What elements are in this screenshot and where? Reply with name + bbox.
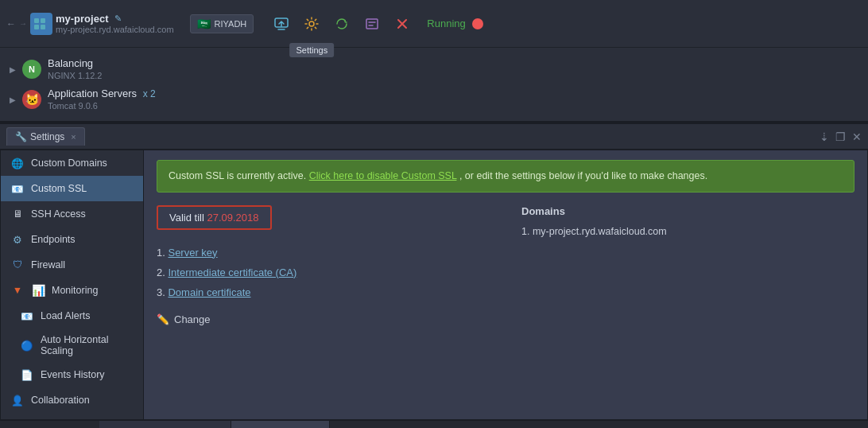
balancing-server-item[interactable]: ▶ N Balancing NGINX 1.12.2: [10, 54, 858, 84]
sidebar-item-endpoints-label: Endpoints: [31, 234, 76, 245]
server-list: ▶ N Balancing NGINX 1.12.2 ▶ 🐱 Applicati…: [0, 48, 868, 123]
sidebar-item-firewall-label: Firewall: [31, 259, 65, 270]
sidebar-item-auto-scaling-label: Auto Horizontal Scaling: [41, 334, 134, 356]
sidebar-item-ssh-access[interactable]: 🖥 SSH Access: [1, 201, 143, 227]
settings-tab[interactable]: 🔧 Settings ×: [6, 127, 85, 146]
top-bar: ← → my-project ✎ my-project.ryd.wafaiclo…: [0, 0, 868, 48]
ssl-info: Valid till 27.09.2018 1. Server key 2. I…: [157, 205, 854, 325]
no-active-tasks: ✓ No active tasks: [0, 421, 99, 428]
deployment-manager-tab[interactable]: ☁ Deployment Manager: [99, 421, 231, 428]
region-badge[interactable]: 🇸🇦 RIYADH: [190, 14, 254, 33]
settings-tooltip: Settings: [289, 43, 334, 57]
change-label: Change: [174, 313, 211, 325]
balancing-name: Balancing: [48, 57, 93, 69]
sidebar-item-collaboration-label: Collaboration: [31, 395, 90, 406]
sidebar-item-load-alerts-label: Load Alerts: [41, 310, 91, 321]
svg-rect-3: [41, 25, 45, 29]
edit-project-icon[interactable]: ✎: [114, 14, 122, 24]
deploy-button[interactable]: [269, 13, 293, 35]
sidebar-item-firewall[interactable]: 🛡 Firewall: [1, 252, 143, 278]
project-name: my-project: [56, 13, 108, 25]
ssl-link-item-2: 3. Domain certificate: [157, 282, 490, 302]
load-alerts-icon: 📧: [20, 309, 34, 323]
valid-till-label: Valid till: [169, 212, 207, 224]
ssl-link-item-0: 1. Server key: [157, 243, 490, 263]
config-button[interactable]: [360, 13, 384, 35]
events-history-icon: 📄: [20, 368, 34, 382]
main-content: Custom SSL is currently active. Click he…: [144, 150, 867, 419]
sidebar-item-load-alerts[interactable]: 📧 Load Alerts: [1, 303, 143, 329]
tab-actions: ⇣ ❐ ✕: [820, 130, 862, 143]
settings-container: 🔧 Settings × ⇣ ❐ ✕ 🌐 Custom Domains 📧 Cu…: [0, 123, 868, 420]
settings-tab-close[interactable]: ×: [71, 132, 76, 142]
valid-till-box: Valid till 27.09.2018: [157, 205, 272, 230]
domain-cert-link[interactable]: Domain certificate: [168, 286, 250, 298]
expand-arrow[interactable]: ▶: [10, 65, 16, 74]
server-key-link[interactable]: Server key: [168, 247, 217, 259]
delete-button[interactable]: [390, 13, 414, 35]
sidebar-item-collaboration[interactable]: 👤 Collaboration: [1, 387, 143, 413]
region-label: RIYADH: [215, 19, 247, 29]
domain-item-0: 1. my-project.ryd.wafaicloud.com: [521, 224, 854, 239]
intermediate-cert-link[interactable]: Intermediate certificate (CA): [168, 267, 296, 278]
valid-till-date: 27.09.2018: [207, 212, 258, 224]
settings-panel-body: 🌐 Custom Domains 📧 Custom SSL 🖥 SSH Acce…: [0, 150, 868, 420]
ssl-notice-text: Custom SSL is currently active.: [169, 170, 306, 181]
project-icon: [30, 13, 52, 35]
monitoring-expand-icon: ▼: [10, 283, 25, 298]
auto-scaling-icon: 🔵: [20, 338, 34, 352]
nav-back[interactable]: ←: [6, 18, 16, 29]
endpoints-icon: ⚙: [10, 232, 25, 247]
sidebar-item-custom-domains[interactable]: 🌐 Custom Domains: [1, 150, 143, 176]
status-label: Running: [427, 18, 465, 29]
sidebar: 🌐 Custom Domains 📧 Custom SSL 🖥 SSH Acce…: [1, 150, 144, 419]
sidebar-item-custom-domains-label: Custom Domains: [31, 158, 107, 169]
svg-rect-1: [41, 18, 45, 23]
ssl-left: Valid till 27.09.2018 1. Server key 2. I…: [157, 205, 490, 325]
ssl-notice: Custom SSL is currently active. Click he…: [157, 160, 854, 193]
sidebar-item-custom-ssl[interactable]: 📧 Custom SSL: [1, 176, 143, 201]
change-icon: ✏️: [157, 313, 169, 325]
domains-label: Domains: [521, 205, 854, 217]
status-dot: [472, 18, 483, 29]
expand-icon[interactable]: ❐: [835, 130, 846, 143]
appserver-item[interactable]: ▶ 🐱 Application Servers x 2 Tomcat 9.0.6: [10, 84, 858, 115]
project-info: my-project ✎ my-project.ryd.wafaicloud.c…: [56, 13, 174, 34]
settings-tab-bar: 🔧 Settings × ⇣ ❐ ✕: [0, 124, 868, 150]
link-num-2: 3: [157, 286, 162, 298]
collaboration-icon: 👤: [10, 393, 25, 407]
flag-icon: 🇸🇦: [197, 18, 211, 30]
sidebar-item-ssh-access-label: SSH Access: [31, 208, 86, 220]
nav-forward[interactable]: →: [19, 19, 27, 28]
close-panel-icon[interactable]: ✕: [852, 130, 862, 143]
my-project-tab[interactable]: 🖧 my-project ×: [231, 421, 329, 428]
custom-domains-icon: 🌐: [10, 156, 25, 170]
settings-button[interactable]: Settings: [300, 13, 324, 35]
balancing-version: NGINX 1.12.2: [48, 71, 102, 80]
ssl-right: Domains 1. my-project.ryd.wafaicloud.com: [521, 205, 854, 325]
sidebar-item-endpoints[interactable]: ⚙ Endpoints: [1, 227, 143, 252]
appserver-count: x 2: [143, 88, 156, 99]
redeploy-button[interactable]: [330, 13, 354, 35]
sidebar-item-events-history[interactable]: 📄 Events History: [1, 362, 143, 387]
bottom-bar: ✓ No active tasks ☁ Deployment Manager 🖧…: [0, 420, 868, 428]
settings-tab-label: Settings: [30, 131, 64, 142]
svg-rect-2: [34, 25, 39, 29]
nginx-icon: N: [22, 60, 41, 79]
link-num-1: 2: [157, 267, 162, 278]
tomcat-icon: 🐱: [22, 90, 41, 109]
download-icon[interactable]: ⇣: [820, 130, 829, 143]
change-button[interactable]: ✏️ Change: [157, 313, 490, 325]
svg-rect-0: [34, 18, 39, 23]
toolbar-icons: Settings: [269, 13, 414, 35]
disable-ssl-link[interactable]: Click here to disable Custom SSL: [309, 170, 457, 181]
settings-tab-icon: 🔧: [15, 131, 27, 142]
custom-ssl-icon: 📧: [10, 181, 25, 196]
monitoring-icon: 📊: [31, 283, 45, 298]
expand-arrow-2[interactable]: ▶: [10, 95, 16, 104]
ssl-notice-suffix: , or edit the settings below if you'd li…: [459, 170, 707, 181]
sidebar-item-auto-scaling[interactable]: 🔵 Auto Horizontal Scaling: [1, 329, 143, 362]
sidebar-item-monitoring-label: Monitoring: [52, 285, 98, 296]
svg-rect-5: [366, 19, 378, 29]
sidebar-item-monitoring[interactable]: ▼ 📊 Monitoring: [1, 278, 143, 303]
